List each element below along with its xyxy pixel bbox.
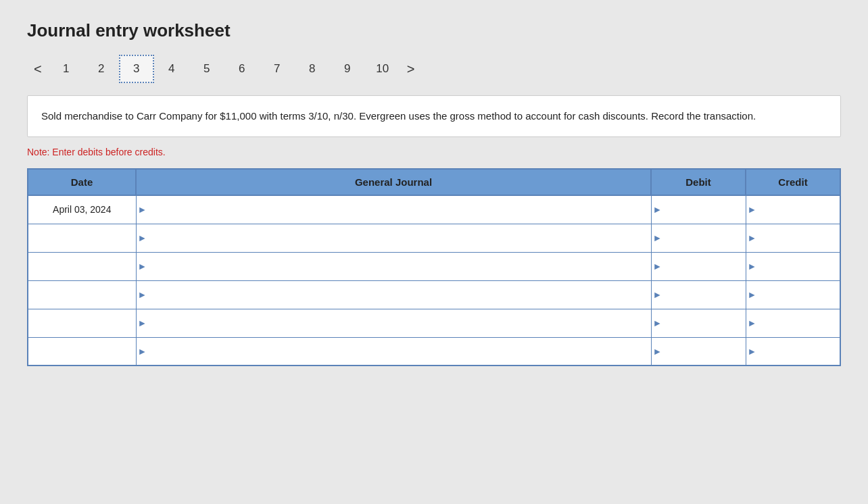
nav-number-4[interactable]: 4 bbox=[154, 55, 189, 83]
arrow-icon: ► bbox=[138, 261, 147, 272]
debit-cell-3[interactable]: ► bbox=[651, 280, 746, 309]
arrow-icon: ► bbox=[653, 232, 662, 243]
date-cell-0: April 03, 2024 bbox=[28, 195, 136, 224]
credit-input-3[interactable] bbox=[746, 281, 840, 309]
header-general-journal: General Journal bbox=[136, 169, 651, 195]
debit-cell-1[interactable]: ► bbox=[651, 224, 746, 252]
arrow-icon: ► bbox=[748, 261, 757, 272]
debit-input-4[interactable] bbox=[652, 309, 746, 337]
prev-arrow[interactable]: < bbox=[27, 59, 49, 80]
nav-row: < 1 2 3 4 5 6 7 8 9 10 > bbox=[27, 55, 841, 83]
credit-input-5[interactable] bbox=[746, 338, 840, 366]
journal-input-2[interactable] bbox=[137, 253, 651, 280]
journal-cell-3[interactable]: ► bbox=[136, 280, 651, 309]
header-debit: Debit bbox=[651, 169, 746, 195]
debit-input-5[interactable] bbox=[652, 338, 746, 366]
journal-table: Date General Journal Debit Credit April … bbox=[27, 168, 841, 366]
table-row: ►►► bbox=[28, 280, 840, 309]
arrow-icon: ► bbox=[138, 318, 147, 328]
arrow-icon: ► bbox=[748, 346, 757, 357]
arrow-icon: ► bbox=[748, 204, 757, 215]
header-credit: Credit bbox=[746, 169, 840, 195]
credit-input-1[interactable] bbox=[746, 224, 840, 252]
arrow-icon: ► bbox=[748, 289, 757, 300]
credit-input-4[interactable] bbox=[746, 309, 840, 337]
credit-cell-0[interactable]: ► bbox=[746, 195, 840, 224]
date-cell-2 bbox=[28, 252, 136, 280]
journal-cell-0[interactable]: ► bbox=[136, 195, 651, 224]
date-cell-4 bbox=[28, 309, 136, 337]
journal-input-1[interactable] bbox=[137, 224, 651, 252]
arrow-icon: ► bbox=[653, 289, 662, 300]
journal-cell-2[interactable]: ► bbox=[136, 252, 651, 280]
next-arrow[interactable]: > bbox=[400, 59, 422, 80]
journal-input-5[interactable] bbox=[137, 338, 651, 366]
table-row: ►►► bbox=[28, 337, 840, 366]
arrow-icon: ► bbox=[138, 232, 147, 243]
credit-input-0[interactable] bbox=[746, 196, 840, 224]
journal-input-3[interactable] bbox=[137, 281, 651, 309]
credit-cell-2[interactable]: ► bbox=[746, 252, 840, 280]
nav-number-6[interactable]: 6 bbox=[224, 55, 260, 83]
arrow-icon: ► bbox=[748, 318, 757, 328]
arrow-icon: ► bbox=[653, 346, 662, 357]
description-box: Sold merchandise to Carr Company for $11… bbox=[27, 95, 841, 137]
journal-cell-4[interactable]: ► bbox=[136, 309, 651, 337]
debit-input-3[interactable] bbox=[652, 281, 746, 309]
arrow-icon: ► bbox=[653, 204, 662, 215]
debit-cell-4[interactable]: ► bbox=[651, 309, 746, 337]
date-cell-3 bbox=[28, 280, 136, 309]
debit-input-2[interactable] bbox=[652, 253, 746, 280]
nav-number-8[interactable]: 8 bbox=[295, 55, 330, 83]
arrow-icon: ► bbox=[748, 232, 757, 243]
credit-input-2[interactable] bbox=[746, 253, 840, 280]
debit-input-0[interactable] bbox=[652, 196, 746, 224]
page-title: Journal entry worksheet bbox=[27, 20, 841, 41]
credit-cell-1[interactable]: ► bbox=[746, 224, 840, 252]
credit-cell-5[interactable]: ► bbox=[746, 337, 840, 366]
journal-cell-1[interactable]: ► bbox=[136, 224, 651, 252]
arrow-icon: ► bbox=[653, 261, 662, 272]
debit-cell-2[interactable]: ► bbox=[651, 252, 746, 280]
debit-input-1[interactable] bbox=[652, 224, 746, 252]
journal-cell-5[interactable]: ► bbox=[136, 337, 651, 366]
arrow-icon: ► bbox=[138, 346, 147, 357]
journal-input-4[interactable] bbox=[137, 309, 651, 337]
nav-number-2[interactable]: 2 bbox=[84, 55, 119, 83]
journal-input-0[interactable] bbox=[137, 196, 651, 224]
table-row: ►►► bbox=[28, 309, 840, 337]
table-row: ►►► bbox=[28, 252, 840, 280]
date-cell-5 bbox=[28, 337, 136, 366]
nav-number-3[interactable]: 3 bbox=[119, 55, 154, 83]
nav-number-7[interactable]: 7 bbox=[260, 55, 295, 83]
nav-number-5[interactable]: 5 bbox=[189, 55, 224, 83]
table-row: ►►► bbox=[28, 224, 840, 252]
date-cell-1 bbox=[28, 224, 136, 252]
header-date: Date bbox=[28, 169, 136, 195]
arrow-icon: ► bbox=[138, 289, 147, 300]
credit-cell-4[interactable]: ► bbox=[746, 309, 840, 337]
credit-cell-3[interactable]: ► bbox=[746, 280, 840, 309]
note: Note: Enter debits before credits. bbox=[27, 147, 841, 157]
arrow-icon: ► bbox=[653, 318, 662, 328]
table-row: April 03, 2024►►► bbox=[28, 195, 840, 224]
debit-cell-0[interactable]: ► bbox=[651, 195, 746, 224]
debit-cell-5[interactable]: ► bbox=[651, 337, 746, 366]
nav-number-10[interactable]: 10 bbox=[365, 55, 400, 83]
nav-number-1[interactable]: 1 bbox=[49, 55, 84, 83]
nav-number-9[interactable]: 9 bbox=[330, 55, 365, 83]
arrow-icon: ► bbox=[138, 204, 147, 215]
